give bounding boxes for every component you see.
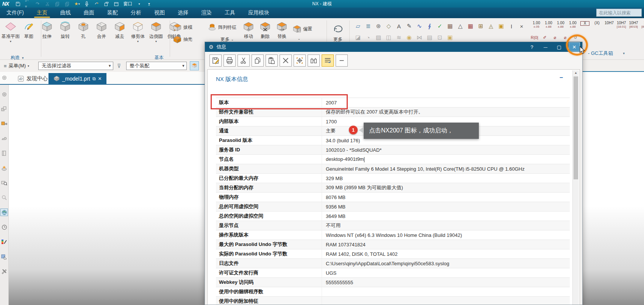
ribbon-small-icon[interactable]: ∿ [415, 22, 424, 30]
selection-filter-dropdown[interactable]: 无选择过滤器▼ [38, 62, 113, 70]
ribbon-button[interactable]: 替换 [274, 20, 289, 40]
ribbon-small-icon[interactable]: ⌀ [551, 33, 559, 42]
close-tab-icon[interactable]: ✕ [98, 76, 102, 81]
ribbon-small-icon[interactable]: R|0| [530, 33, 539, 42]
tolerance-style-button[interactable]: 10H7 [18.01] [617, 21, 626, 29]
cut-icon[interactable] [44, 1, 50, 6]
synchronous-modeling-icon[interactable] [332, 21, 345, 34]
ribbon-tab[interactable]: 装配 [101, 8, 124, 18]
ribbon-small-icon[interactable]: ◉ [405, 33, 413, 42]
ribbon-button[interactable]: 修剪体 ▾ [130, 20, 146, 43]
tolerance-style-button[interactable]: 1.00 ±.88 [556, 21, 565, 29]
ribbon-small-icon[interactable]: ◔ [364, 33, 372, 42]
copy-icon[interactable] [54, 1, 60, 6]
resource-bar-icon[interactable] [1, 268, 8, 275]
tolerance-style-button[interactable]: 1.00 ±.88 [544, 21, 553, 29]
dialog-toolbar-button[interactable] [266, 54, 278, 67]
dialog-toolbar-button[interactable] [280, 54, 292, 67]
dialog-toolbar-button[interactable] [224, 54, 236, 67]
ribbon-button[interactable]: 减去 [111, 20, 128, 43]
pattern-feature-button[interactable]: 阵列特征 [208, 23, 236, 32]
resource-bar-icon[interactable] [1, 194, 8, 201]
command-search-input[interactable] [596, 9, 642, 17]
dialog-toolbar-button[interactable] [238, 54, 250, 67]
resource-bar-icon[interactable] [1, 135, 8, 142]
new-window-icon[interactable] [103, 1, 109, 6]
ribbon-button[interactable]: 合并 [93, 20, 110, 43]
resource-bar-icon[interactable] [1, 150, 8, 157]
dialog-help-button[interactable]: ? [528, 44, 536, 50]
resource-bar-icon[interactable] [1, 91, 8, 98]
favorites-star-icon[interactable]: ★ ▾ [74, 1, 80, 6]
ribbon-small-icon[interactable]: ▨ [374, 33, 383, 42]
tabstrip-gear-icon[interactable] [2, 75, 7, 82]
ribbon-button[interactable]: 基准平面 ▾ [2, 20, 19, 43]
ribbon-small-icon[interactable]: ≣ [364, 22, 372, 30]
ribbon-tab[interactable]: 工具 [218, 8, 242, 18]
resource-bar-icon[interactable] [1, 224, 8, 230]
vertical-scrollbar[interactable]: ▲ [572, 70, 579, 305]
ribbon-tab[interactable]: 选择 [171, 8, 195, 18]
ribbon-small-icon[interactable]: ▤ [425, 33, 434, 42]
resource-bar-icon[interactable] [1, 165, 8, 171]
ribbon-button[interactable]: 边倒圆 ▾ [148, 20, 164, 43]
ribbon-small-icon[interactable]: ⊞ [477, 22, 485, 30]
ribbon-button[interactable]: 孔 [75, 20, 92, 43]
dialog-toolbar-button[interactable] [322, 54, 334, 67]
ribbon-small-icon[interactable]: △ [456, 22, 464, 30]
window-dropdown-icon[interactable]: ▾ [136, 1, 142, 6]
undo-icon[interactable]: ↶ ▾ [25, 1, 31, 6]
ribbon-tab[interactable]: 视图 [148, 8, 171, 18]
ribbon-small-icon[interactable]: ✐ [541, 33, 549, 42]
ribbon-small-icon[interactable]: ⋈ [415, 33, 424, 42]
resource-bar-icon[interactable] [1, 106, 8, 112]
tolerance-style-button[interactable]: (X) [592, 21, 602, 25]
command-finder-mic-icon[interactable] [84, 1, 90, 6]
dialog-maximize-button[interactable]: ▢ [555, 44, 563, 50]
ribbon-options-icon[interactable]: ▾̲ [146, 1, 152, 6]
ribbon-tab[interactable]: 曲面 [77, 8, 101, 18]
ribbon-small-icon[interactable]: ⊛ [374, 22, 383, 30]
tab-discovery-center[interactable]: 发现中心 [13, 73, 52, 84]
group-label-gc-toolbox[interactable]: - GC工具箱▾ [588, 50, 625, 57]
tolerance-style-button[interactable]: 10H7 [605, 21, 614, 25]
ribbon-small-icon[interactable]: ◫ [385, 33, 393, 42]
ribbon-button[interactable]: 删除 [258, 20, 273, 40]
edit-more-arrow[interactable]: ⌄ [298, 37, 300, 40]
save-icon[interactable] [15, 1, 21, 6]
ribbon-small-icon[interactable]: ◬ [487, 22, 495, 30]
tolerance-style-button[interactable]: 1.00 ±.05 [532, 21, 541, 29]
ribbon-tab[interactable]: 曲线 [54, 8, 77, 18]
scrollbar-thumb[interactable] [574, 76, 578, 179]
window-icon[interactable] [113, 1, 119, 6]
scroll-up-icon[interactable]: ▲ [573, 71, 579, 75]
redo-icon[interactable]: ↷ [34, 1, 41, 6]
menu-button[interactable]: ≡ 菜单(M) ▾ [0, 62, 33, 69]
resource-bar-icon[interactable] [1, 253, 8, 260]
tolerance-style-button[interactable]: 10H7 [8015] [629, 21, 638, 29]
ribbon-button[interactable]: 旋转 [57, 20, 73, 43]
ribbon-button[interactable]: 移动 [241, 20, 256, 40]
draft-button[interactable]: 拔模 [173, 23, 192, 32]
ribbon-small-icon[interactable]: ✎ [405, 22, 413, 30]
tolerance-style-button[interactable]: 10 [8015] [641, 21, 644, 29]
ribbon-small-icon[interactable]: ◇ [385, 22, 393, 30]
resource-bar-icon[interactable] [1, 120, 8, 127]
section-collapse-icon[interactable]: − [560, 74, 563, 81]
resource-bar-icon[interactable] [1, 238, 8, 245]
resource-bar-icon[interactable] [1, 209, 8, 216]
ribbon-tab[interactable]: 分析 [124, 8, 148, 18]
ribbon-button[interactable]: 草图 [20, 20, 37, 43]
shell-button[interactable]: 抽壳 [173, 35, 192, 44]
touch-mode-icon[interactable] [94, 1, 100, 6]
ribbon-small-icon[interactable]: ≋ [395, 33, 403, 42]
ribbon-small-icon[interactable]: × [517, 22, 526, 30]
ribbon-small-icon[interactable]: ▣ [497, 22, 505, 30]
ribbon-small-icon[interactable]: ▦ [466, 22, 475, 30]
ribbon-tab[interactable]: 主页 [30, 8, 54, 18]
snap-point-tool[interactable] [190, 61, 199, 70]
ribbon-small-icon[interactable]: I [507, 22, 516, 30]
dialog-minimize-button[interactable]: — [541, 45, 550, 49]
tolerance-style-button[interactable]: 1.00 ±.88 [568, 21, 577, 29]
ribbon-tab[interactable]: 应用模块 [242, 8, 276, 18]
